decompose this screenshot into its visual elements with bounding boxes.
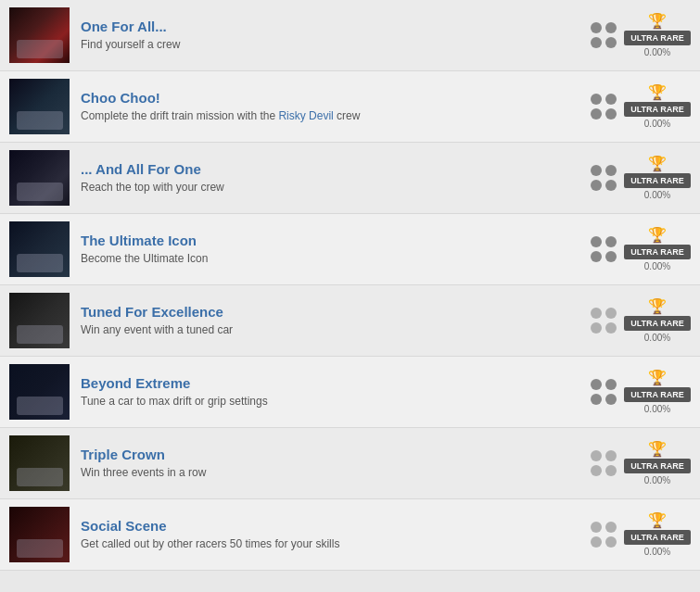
achievement-info: ... And All For OneReach the top with yo…	[81, 161, 581, 195]
rarity-percent: 0.00%	[644, 475, 670, 485]
rarity-badge: ULTRA RARE	[624, 459, 691, 473]
achievement-title: Social Scene	[81, 518, 581, 534]
achievement-list: One For All...Find yourself a crew🏆ULTRA…	[0, 0, 700, 571]
achievement-description: Reach the top with your crew	[81, 180, 581, 195]
rarity-badge-container: 🏆ULTRA RARE0.00%	[624, 442, 691, 485]
achievement-item[interactable]: Social SceneGet called out by other race…	[0, 499, 700, 571]
achievement-title: Choo Choo!	[81, 90, 581, 106]
achievement-dot	[591, 108, 602, 120]
rarity-percent: 0.00%	[644, 119, 670, 129]
achievement-description: Become the Ultimate Icon	[81, 251, 581, 267]
achievement-thumbnail	[9, 150, 70, 206]
achievement-dot	[605, 522, 617, 533]
achievement-dot	[605, 379, 617, 390]
achievement-dot	[605, 22, 617, 33]
rarity-badge-container: 🏆ULTRA RARE0.00%	[624, 14, 691, 57]
rarity-badge: ULTRA RARE	[624, 245, 691, 259]
achievement-description: Win three events in a row	[81, 465, 581, 481]
achievement-thumbnail	[9, 507, 70, 562]
achievement-description: Tune a car to max drift or grip settings	[81, 394, 581, 409]
achievement-dot	[591, 465, 602, 476]
achievement-item[interactable]: Choo Choo!Complete the drift train missi…	[0, 71, 700, 143]
achievement-info: The Ultimate IconBecome the Ultimate Ico…	[81, 233, 581, 267]
achievement-dot	[591, 251, 602, 262]
achievement-description: Complete the drift train mission with th…	[81, 108, 581, 124]
achievement-title: One For All...	[81, 19, 581, 34]
rarity-percent: 0.00%	[644, 190, 670, 200]
achievement-dots	[591, 236, 617, 262]
achievement-dot	[605, 536, 617, 548]
achievement-thumbnail	[9, 435, 70, 491]
achievement-dot	[591, 394, 602, 405]
achievement-title: Triple Crown	[81, 447, 581, 462]
achievement-dot	[591, 94, 602, 105]
achievement-item[interactable]: The Ultimate IconBecome the Ultimate Ico…	[0, 214, 700, 285]
rarity-badge: ULTRA RARE	[624, 31, 691, 45]
rarity-percent: 0.00%	[644, 404, 670, 414]
achievement-dots	[591, 94, 617, 120]
achievement-item[interactable]: Beyond ExtremeTune a car to max drift or…	[0, 357, 700, 428]
achievement-info: Beyond ExtremeTune a car to max drift or…	[81, 375, 581, 409]
rarity-badge: ULTRA RARE	[624, 530, 691, 545]
rarity-percent: 0.00%	[644, 333, 670, 343]
rarity-badge: ULTRA RARE	[624, 173, 691, 188]
achievement-dot	[591, 536, 602, 548]
achievement-item[interactable]: ... And All For OneReach the top with yo…	[0, 143, 700, 214]
rarity-badge: ULTRA RARE	[624, 387, 691, 402]
achievement-right-panel: 🏆ULTRA RARE0.00%	[591, 513, 691, 557]
trophy-icon: 🏆	[648, 14, 667, 29]
achievement-title: Beyond Extreme	[81, 375, 581, 391]
achievement-thumbnail	[9, 364, 70, 420]
trophy-icon: 🏆	[648, 157, 667, 171]
achievement-dot	[605, 180, 617, 191]
achievement-description: Find yourself a crew	[81, 37, 581, 53]
achievement-dots	[591, 450, 617, 476]
achievement-item[interactable]: Triple CrownWin three events in a row🏆UL…	[0, 428, 700, 499]
achievement-dot	[605, 394, 617, 405]
achievement-dots	[591, 522, 617, 548]
achievement-dot	[605, 94, 617, 105]
achievement-dot	[591, 522, 602, 533]
achievement-dot	[591, 37, 602, 48]
achievement-item[interactable]: One For All...Find yourself a crew🏆ULTRA…	[0, 0, 700, 71]
achievement-thumbnail	[9, 293, 70, 348]
achievement-dot	[605, 450, 617, 461]
rarity-percent: 0.00%	[644, 47, 670, 57]
achievement-dots	[591, 379, 617, 405]
achievement-dot	[605, 322, 617, 334]
rarity-badge-container: 🏆ULTRA RARE0.00%	[624, 85, 691, 129]
achievement-dot	[605, 465, 617, 476]
achievement-item[interactable]: Tuned For ExcellenceWin any event with a…	[0, 285, 700, 357]
rarity-badge-container: 🏆ULTRA RARE0.00%	[624, 228, 691, 271]
achievement-title: Tuned For Excellence	[81, 304, 581, 320]
achievement-info: One For All...Find yourself a crew	[81, 19, 581, 53]
trophy-icon: 🏆	[648, 442, 667, 457]
achievement-dot	[605, 37, 617, 48]
rarity-badge-container: 🏆ULTRA RARE0.00%	[624, 513, 691, 557]
rarity-badge: ULTRA RARE	[624, 102, 691, 117]
achievement-thumbnail	[9, 79, 70, 134]
achievement-title: The Ultimate Icon	[81, 233, 581, 248]
trophy-icon: 🏆	[648, 513, 667, 528]
achievement-description: Get called out by other racers 50 times …	[81, 536, 581, 552]
achievement-dot	[591, 165, 602, 176]
achievement-right-panel: 🏆ULTRA RARE0.00%	[591, 157, 691, 200]
achievement-dot	[605, 308, 617, 319]
achievement-right-panel: 🏆ULTRA RARE0.00%	[591, 442, 691, 485]
achievement-right-panel: 🏆ULTRA RARE0.00%	[591, 14, 691, 57]
achievement-dot	[591, 308, 602, 319]
rarity-percent: 0.00%	[644, 261, 670, 271]
rarity-badge-container: 🏆ULTRA RARE0.00%	[624, 371, 691, 414]
trophy-icon: 🏆	[648, 85, 667, 100]
achievement-info: Triple CrownWin three events in a row	[81, 447, 581, 481]
achievement-description: Win any event with a tuned car	[81, 322, 581, 338]
achievement-info: Choo Choo!Complete the drift train missi…	[81, 90, 581, 124]
achievement-dot	[605, 236, 617, 247]
achievement-thumbnail	[9, 7, 70, 63]
achievement-dots	[591, 165, 617, 191]
trophy-icon: 🏆	[648, 299, 667, 314]
achievement-thumbnail	[9, 221, 70, 277]
rarity-badge: ULTRA RARE	[624, 316, 691, 331]
trophy-icon: 🏆	[648, 228, 667, 243]
achievement-info: Social SceneGet called out by other race…	[81, 518, 581, 552]
